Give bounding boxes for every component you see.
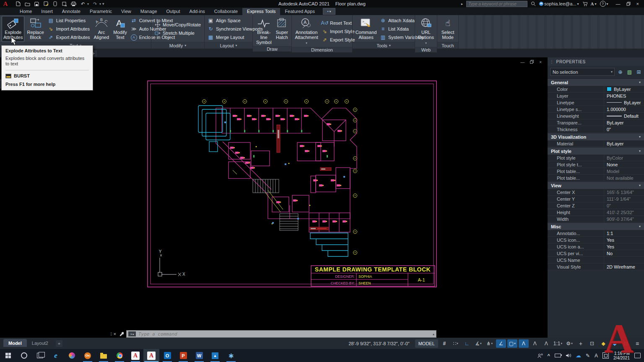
- hidden-icons-chevron[interactable]: ^: [548, 353, 550, 358]
- command-wrench-icon[interactable]: [119, 331, 124, 336]
- quick-select-icon[interactable]: ⊞: [635, 69, 642, 75]
- new-file-icon[interactable]: [15, 1, 21, 7]
- search-input[interactable]: [467, 2, 527, 6]
- grid-display-button[interactable]: #: [439, 339, 449, 348]
- onedrive-icon[interactable]: ☁: [576, 352, 581, 359]
- annotation-scale-icon[interactable]: Λ: [541, 339, 551, 348]
- command-prompt-icon[interactable]: >▾: [128, 331, 136, 336]
- autocad-app-icon[interactable]: A: [0, 0, 11, 8]
- ribbon-gallery-button[interactable]: ▪▾: [323, 8, 335, 15]
- action-center-icon[interactable]: [634, 353, 641, 358]
- taskbar-word[interactable]: W: [191, 349, 207, 362]
- tab-featured-apps[interactable]: Featured Apps: [280, 8, 319, 15]
- import-attributes-button[interactable]: ⇘Import Attributes: [48, 26, 90, 33]
- app-store-cart-icon[interactable]: [582, 2, 587, 6]
- tab-express-tools[interactable]: Express Tools: [242, 8, 280, 15]
- minimize-icon[interactable]: —: [616, 1, 621, 6]
- web-panel-label[interactable]: Web: [415, 47, 437, 52]
- object-snap-button[interactable]: ▢▾: [507, 339, 517, 348]
- taskbar-settings-app[interactable]: ∗: [223, 349, 239, 362]
- reset-text-button[interactable]: A↺Reset Text: [322, 20, 355, 27]
- tab-parametric[interactable]: Parametric: [85, 8, 117, 15]
- taskbar-onenote[interactable]: Oc: [80, 349, 96, 362]
- ime-language-icon[interactable]: A: [595, 353, 598, 359]
- taskbar-photos[interactable]: ▲: [207, 349, 223, 362]
- cortana-button[interactable]: [16, 349, 32, 362]
- move-copy-rotate-button[interactable]: Move/Copy/Rotate: [154, 21, 201, 28]
- taskbar-powerpoint[interactable]: P: [175, 349, 191, 362]
- start-button[interactable]: [0, 349, 16, 362]
- drawing-canvas[interactable]: — ×: [0, 57, 548, 338]
- modify-panel-label[interactable]: Modify▾: [151, 42, 204, 49]
- dimension-panel-label[interactable]: Dimension: [292, 47, 352, 52]
- replace-block-button[interactable]: Replace Block: [25, 16, 45, 42]
- task-view-button[interactable]: [32, 349, 48, 362]
- url-options-button[interactable]: URL Options ▾: [416, 16, 436, 47]
- super-hatch-button[interactable]: Super Hatch: [274, 16, 290, 46]
- command-history-icon[interactable]: ▴: [433, 332, 436, 336]
- drawing-minimize-icon[interactable]: —: [520, 60, 525, 65]
- customization-menu-button[interactable]: ≡: [632, 339, 642, 348]
- redo-icon[interactable]: ↷: [92, 1, 98, 7]
- taskbar-autocad-1[interactable]: A: [127, 349, 143, 362]
- taskbar-chrome[interactable]: [112, 349, 127, 362]
- ortho-mode-button[interactable]: ∟: [462, 339, 472, 348]
- undo-icon[interactable]: ↶: [80, 1, 86, 7]
- autoscale-button[interactable]: Λ: [530, 339, 540, 348]
- import-style-button[interactable]: ⇘Import Style: [322, 28, 355, 35]
- redo-dropdown-icon[interactable]: ▾: [99, 2, 101, 6]
- workspace-settings-button[interactable]: ⚙▾: [564, 339, 574, 348]
- help-icon[interactable]: ?▾: [600, 1, 608, 7]
- drawing-close-icon[interactable]: ×: [539, 60, 542, 65]
- tab-collaborate[interactable]: Collaborate: [210, 8, 242, 15]
- save-to-mobile-icon[interactable]: [52, 1, 58, 7]
- palette-grip-icon[interactable]: ⋮: [550, 59, 554, 64]
- isolate-objects-button[interactable]: ⊡: [587, 339, 597, 348]
- tab-model[interactable]: Model: [3, 339, 27, 347]
- stretch-multiple-button[interactable]: Stretch Multiple: [154, 30, 201, 37]
- command-close-icon[interactable]: ×: [114, 331, 116, 336]
- modify-text-button[interactable]: A Modify Text: [112, 16, 128, 42]
- save-as-icon[interactable]: [43, 1, 49, 7]
- annotation-attachment-button[interactable]: A Annotation Attachment ▾: [293, 16, 319, 47]
- select-objects-icon[interactable]: ▧: [626, 69, 633, 75]
- ink-workspace-icon[interactable]: ✎: [586, 353, 590, 359]
- draw-panel-label[interactable]: Draw: [253, 46, 291, 52]
- tab-add-ins[interactable]: Add-ins: [185, 8, 210, 15]
- section-view[interactable]: View▾: [548, 181, 644, 189]
- tab-manage[interactable]: Manage: [136, 8, 162, 15]
- drawing-restore-icon[interactable]: [530, 60, 534, 65]
- tab-home[interactable]: Home: [15, 8, 36, 15]
- command-line-grip[interactable]: ⁞⁞: [110, 332, 112, 336]
- annotation-visibility-button[interactable]: Λ: [519, 339, 529, 348]
- command-input[interactable]: [138, 331, 433, 337]
- tools-panel-label[interactable]: Tools▾: [353, 42, 415, 49]
- polar-tracking-button[interactable]: ∡▾: [473, 339, 483, 348]
- select-mode-button[interactable]: ☝ Select Mode: [439, 16, 457, 42]
- people-icon[interactable]: [538, 353, 543, 358]
- toggle-pickadd-icon[interactable]: ⊕: [617, 69, 624, 75]
- break-line-symbol-button[interactable]: Break-line Symbol: [254, 16, 273, 46]
- tab-view[interactable]: View: [117, 8, 136, 15]
- export-style-button[interactable]: ⇗Export Style: [322, 36, 355, 44]
- section-misc[interactable]: Misc▾: [548, 222, 644, 230]
- command-aliases-button[interactable]: >_ Command Aliases: [354, 16, 378, 42]
- tab-insert[interactable]: Insert: [36, 8, 57, 15]
- taskbar-autocad-active[interactable]: A: [143, 349, 159, 362]
- properties-header[interactable]: ⋮ PROPERTIES: [548, 57, 644, 66]
- restore-icon[interactable]: [626, 2, 631, 6]
- taskbar-internet-explorer[interactable]: e: [48, 349, 64, 362]
- search-expand-icon[interactable]: ▸: [461, 2, 463, 6]
- search-icon[interactable]: [531, 1, 536, 6]
- autodesk-menu[interactable]: A▾: [591, 1, 597, 6]
- close-icon[interactable]: ×: [636, 1, 639, 6]
- layout-panel-label[interactable]: Layout▾: [205, 42, 252, 49]
- tab-output[interactable]: Output: [162, 8, 185, 15]
- undo-dropdown-icon[interactable]: ▾: [87, 2, 89, 6]
- export-attributes-button[interactable]: ⇗Export Attributes: [48, 34, 90, 41]
- volume-icon[interactable]: [566, 353, 571, 358]
- section-general[interactable]: General▾: [548, 78, 644, 86]
- qat-customize-icon[interactable]: ▾: [102, 2, 104, 6]
- save-to-web-icon[interactable]: [61, 1, 68, 7]
- save-icon[interactable]: [34, 1, 40, 7]
